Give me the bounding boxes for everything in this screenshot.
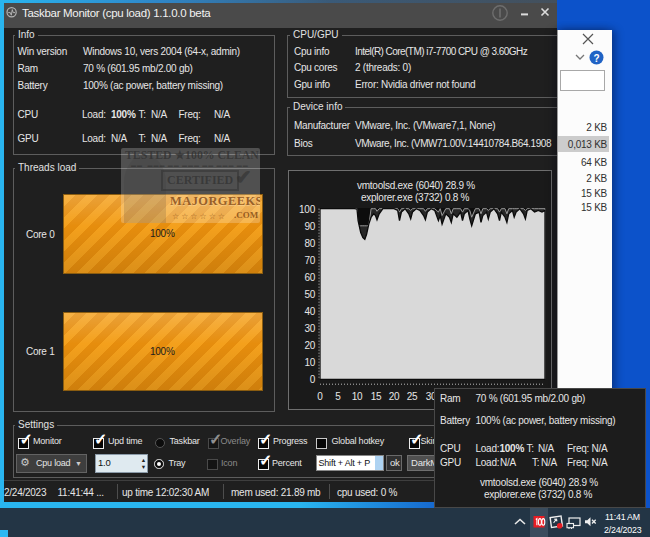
svg-text:?: ? xyxy=(593,53,599,64)
